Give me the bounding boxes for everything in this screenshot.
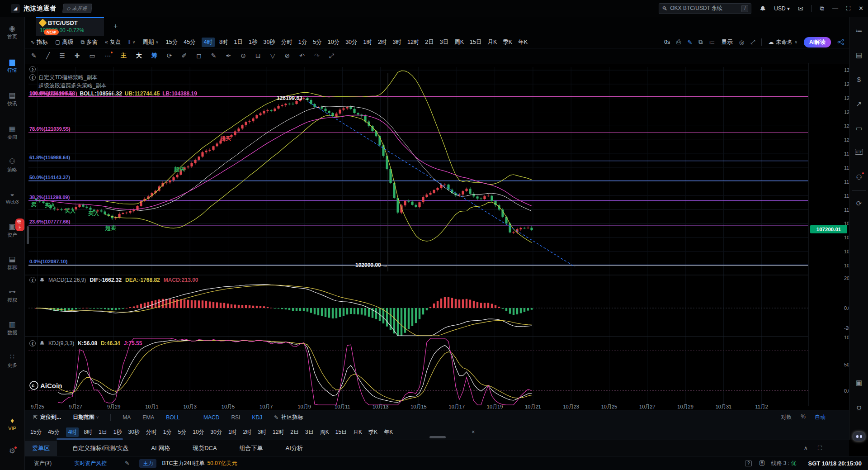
search-input[interactable]: 🔍︎ OKX BTC/USDT 永续 / bbox=[659, 3, 751, 14]
quick-period-30分[interactable]: 30分 bbox=[211, 428, 222, 436]
collapse-icon[interactable]: ❮ bbox=[29, 277, 36, 283]
layout-name-dropdown[interactable]: ☁ 未命名∨ bbox=[768, 38, 797, 46]
quick-period-1分[interactable]: 1分 bbox=[163, 428, 172, 436]
close-period-bar-icon[interactable]: × bbox=[472, 429, 475, 435]
display-button[interactable]: 显示 bbox=[722, 38, 733, 46]
period-1时[interactable]: 1时 bbox=[363, 38, 372, 46]
sidebar-item-more[interactable]: ∷更多 bbox=[0, 353, 25, 369]
sidebar-item-market[interactable]: ▆行情 bbox=[0, 58, 25, 74]
add-tab-button[interactable]: + bbox=[113, 22, 118, 30]
sidebar-item-vip[interactable]: ♦VIP bbox=[0, 417, 25, 431]
funds-icon[interactable]: $ bbox=[849, 76, 868, 83]
large-btn[interactable]: 大 bbox=[136, 52, 142, 60]
main-chart-btn[interactable]: 主 bbox=[121, 52, 127, 60]
period-10分[interactable]: 10分 bbox=[328, 38, 340, 46]
quick-period-15日[interactable]: 15日 bbox=[335, 428, 347, 436]
period-1秒[interactable]: 1秒 bbox=[249, 38, 257, 46]
link-icon[interactable]: ⊙ bbox=[241, 52, 246, 59]
main-force-pill[interactable]: 主力 bbox=[139, 459, 156, 468]
quick-period-5分[interactable]: 5分 bbox=[178, 428, 187, 436]
horizontal-scrollbar[interactable] bbox=[429, 436, 446, 438]
period-30分[interactable]: 30分 bbox=[345, 38, 357, 46]
sidebar-item-authorize[interactable]: ⊶授权 bbox=[0, 288, 25, 304]
period-2日[interactable]: 2日 bbox=[425, 38, 434, 46]
more-tools-icon[interactable]: ⋯ bbox=[105, 52, 111, 59]
quick-period-1时[interactable]: 1时 bbox=[228, 428, 237, 436]
period-menu-button[interactable]: 周期∨ bbox=[142, 38, 159, 46]
indicator-ema[interactable]: EMA bbox=[142, 414, 154, 421]
sidebar-item-flash-news[interactable]: ▤快讯 bbox=[0, 92, 25, 107]
lines-list-icon[interactable]: ☰ bbox=[59, 52, 65, 59]
undo-icon[interactable]: ↶ bbox=[299, 52, 305, 59]
period-季K[interactable]: 季K bbox=[503, 38, 512, 46]
quick-period-周K[interactable]: 周K bbox=[320, 428, 329, 436]
replay-button[interactable]: «复盘 bbox=[105, 38, 121, 46]
minimize-icon[interactable]: — bbox=[832, 5, 838, 12]
headset-icon[interactable]: Ω bbox=[849, 404, 868, 412]
panel-tab-4[interactable]: 组合下单 bbox=[232, 441, 270, 456]
cross-tool-icon[interactable]: ✚ bbox=[75, 52, 80, 59]
community-indicators-button[interactable]: 社区指标 bbox=[281, 413, 303, 421]
chip-btn[interactable]: 筹 bbox=[151, 52, 157, 60]
camera-icon[interactable]: ⎙ bbox=[676, 38, 681, 46]
period-3时[interactable]: 3时 bbox=[392, 38, 401, 46]
quick-period-4时[interactable]: 4时 bbox=[66, 427, 79, 437]
alert-bell-icon[interactable]: 🔔︎ bbox=[39, 277, 45, 283]
sidebar-item-settings[interactable]: ⚙ bbox=[0, 447, 25, 455]
close-icon[interactable]: ✕ bbox=[859, 5, 863, 12]
window-icon[interactable]: ▣ bbox=[849, 379, 868, 387]
quick-period-年K[interactable]: 年K bbox=[384, 428, 393, 436]
edit-icon[interactable]: ✎ bbox=[125, 460, 129, 466]
quick-period-1日[interactable]: 1日 bbox=[99, 428, 107, 436]
indicator-boll[interactable]: BOLL bbox=[166, 414, 180, 421]
period-30秒[interactable]: 30秒 bbox=[263, 38, 275, 46]
sidebar-item-strategy[interactable]: ⚇策略 bbox=[0, 158, 25, 173]
period-月K[interactable]: 月K bbox=[488, 38, 497, 46]
sidebar-item-home[interactable]: ◉首页 bbox=[0, 25, 25, 40]
bell-icon[interactable]: 🔔︎ bbox=[760, 5, 766, 12]
currency-dropdown[interactable]: USD ▾ bbox=[774, 5, 790, 12]
indicator-kdj[interactable]: KDJ bbox=[252, 414, 262, 421]
expand-panel-icon[interactable]: ⛶ bbox=[818, 445, 822, 452]
line-status[interactable]: 线路 3 : 优 bbox=[771, 460, 796, 467]
monitor-icon[interactable]: ▭ bbox=[849, 124, 868, 133]
line-tool-icon[interactable]: ╱ bbox=[46, 52, 50, 59]
chart-area[interactable]: ❯ ❮ 自定义TD指标策略_副本 超级波段追踪多头策略_副本 100.0%(12… bbox=[25, 63, 849, 410]
period-4时[interactable]: 4时 bbox=[202, 38, 215, 47]
help-icon[interactable]: ? bbox=[745, 461, 752, 466]
select-box-icon[interactable]: ◻ bbox=[196, 52, 202, 59]
pencil-tool-icon[interactable]: ✎ bbox=[31, 52, 37, 59]
expand-icon[interactable]: ⤢ bbox=[329, 52, 334, 60]
convert-icon[interactable]: ⟳ bbox=[849, 199, 868, 208]
fullscreen-icon[interactable]: ⤢ bbox=[750, 38, 755, 46]
advanced-button[interactable]: ▢高级 bbox=[55, 38, 73, 46]
scale-option-自动[interactable]: 自动 bbox=[815, 413, 826, 421]
pen-icon[interactable]: ✒ bbox=[226, 52, 231, 59]
period-45分[interactable]: 45分 bbox=[184, 38, 195, 46]
quick-period-2日[interactable]: 2日 bbox=[290, 428, 299, 436]
indicator-ma[interactable]: MA bbox=[123, 414, 131, 421]
collapse-icon[interactable]: ❮ bbox=[29, 340, 36, 347]
quick-period-12时[interactable]: 12时 bbox=[273, 428, 284, 436]
quick-period-8时[interactable]: 8时 bbox=[84, 428, 92, 436]
panel-tab-3[interactable]: 现货DCA bbox=[185, 441, 224, 456]
panel-tab-2[interactable]: AI 网格 bbox=[144, 441, 177, 456]
period-1分[interactable]: 1分 bbox=[298, 38, 307, 46]
mail-icon[interactable]: ✉ bbox=[798, 5, 803, 12]
rect-tool-icon[interactable]: ▭ bbox=[89, 52, 95, 59]
period-15分[interactable]: 15分 bbox=[166, 38, 178, 46]
edit-icon[interactable]: ✎ bbox=[211, 52, 217, 59]
list-icon[interactable]: ≔ bbox=[709, 39, 715, 46]
period-分时[interactable]: 分时 bbox=[281, 38, 292, 46]
trend-icon[interactable]: ↗ bbox=[849, 100, 868, 108]
draw-pencil-icon[interactable]: ✎ bbox=[687, 39, 692, 46]
maximize-icon[interactable]: ⛶ bbox=[846, 5, 850, 12]
refresh-icon[interactable]: ⟳ bbox=[167, 52, 172, 59]
indicator-macd[interactable]: MACD bbox=[203, 414, 219, 421]
quick-period-45分[interactable]: 45分 bbox=[48, 428, 59, 436]
quick-period-分时[interactable]: 分时 bbox=[146, 428, 157, 436]
redo-icon[interactable]: ↷ bbox=[314, 52, 320, 59]
sidebar-item-web3[interactable]: ◒Web3 bbox=[0, 190, 25, 204]
duplicate-icon[interactable]: ⧉ bbox=[698, 38, 703, 46]
alert-bell-icon[interactable]: 🔔︎ bbox=[39, 340, 45, 347]
